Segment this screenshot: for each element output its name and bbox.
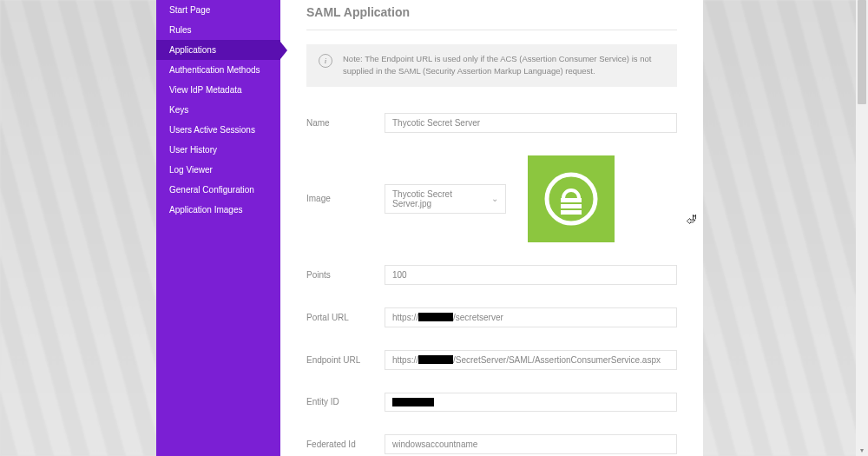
form-row-endpoint-url: Endpoint URL https:// /SecretServer/SAML… — [306, 350, 677, 370]
scrollbar-thumb[interactable] — [858, 0, 866, 104]
app-panel: Start PageRulesApplicationsAuthenticatio… — [156, 0, 703, 456]
scrollbar-track[interactable]: ▾ — [856, 0, 868, 456]
entity-id-input[interactable] — [385, 393, 677, 412]
form-row-portal-url: Portal URL https:// /secretserver — [306, 307, 677, 327]
points-input[interactable] — [385, 265, 677, 285]
image-select[interactable]: Thycotic Secret Server.jpg ⌄ — [385, 184, 506, 214]
main-content: SAML Application i Note: The Endpoint UR… — [280, 0, 703, 456]
image-select-value: Thycotic Secret Server.jpg — [392, 189, 491, 208]
note-box: i Note: The Endpoint URL is used only if… — [306, 44, 677, 87]
image-preview — [528, 155, 615, 242]
svg-rect-2 — [561, 204, 582, 208]
sidebar-item-log-viewer[interactable]: Log Viewer — [156, 160, 280, 180]
form-row-points: Points — [306, 265, 677, 285]
sidebar-item-authentication-methods[interactable]: Authentication Methods — [156, 60, 280, 80]
form-row-image: Image Thycotic Secret Server.jpg ⌄ — [306, 155, 677, 242]
sidebar-item-users-active-sessions[interactable]: Users Active Sessions — [156, 120, 280, 140]
federated-id-input[interactable] — [385, 434, 677, 454]
page-title: SAML Application — [306, 0, 677, 30]
svg-rect-1 — [561, 198, 582, 202]
entity-id-label: Entity ID — [306, 397, 376, 406]
endpoint-url-suffix: /SecretServer/SAML/AssertionConsumerServ… — [453, 355, 661, 365]
sidebar-item-user-history[interactable]: User History — [156, 140, 280, 160]
redacted-host — [418, 355, 453, 364]
sidebar-item-keys[interactable]: Keys — [156, 100, 280, 120]
redacted-host — [418, 313, 453, 321]
note-text: Note: The Endpoint URL is used only if t… — [343, 53, 665, 78]
sidebar: Start PageRulesApplicationsAuthenticatio… — [156, 0, 280, 456]
endpoint-url-label: Endpoint URL — [306, 355, 376, 365]
chevron-down-icon: ⌄ — [491, 194, 498, 203]
redacted-entity — [392, 398, 434, 406]
sidebar-item-application-images[interactable]: Application Images — [156, 200, 280, 220]
endpoint-url-input[interactable]: https:// /SecretServer/SAML/AssertionCon… — [385, 350, 677, 370]
sidebar-item-view-idp-metadata[interactable]: View IdP Metadata — [156, 80, 280, 100]
info-icon: i — [319, 54, 332, 68]
lock-icon — [544, 172, 598, 226]
image-label: Image — [306, 194, 376, 203]
portal-url-prefix: https:// — [392, 313, 418, 322]
sidebar-item-applications[interactable]: Applications — [156, 40, 280, 60]
form-row-entity-id: Entity ID — [306, 393, 677, 412]
name-label: Name — [306, 118, 376, 128]
sidebar-item-general-configuration[interactable]: General Configuration — [156, 180, 280, 200]
federated-id-label: Federated Id — [306, 439, 376, 449]
scrollbar-down-icon[interactable]: ▾ — [856, 444, 868, 456]
portal-url-label: Portal URL — [306, 313, 376, 322]
svg-rect-3 — [561, 210, 582, 215]
sidebar-item-start-page[interactable]: Start Page — [156, 0, 280, 20]
endpoint-url-prefix: https:// — [392, 355, 418, 365]
name-input[interactable] — [385, 113, 677, 133]
portal-url-input[interactable]: https:// /secretserver — [385, 307, 677, 327]
sidebar-item-rules[interactable]: Rules — [156, 20, 280, 40]
divider — [306, 30, 677, 30]
form-row-federated-id: Federated Id — [306, 434, 677, 454]
form-row-name: Name — [306, 113, 677, 133]
portal-url-suffix: /secretserver — [453, 313, 503, 322]
image-controls: Thycotic Secret Server.jpg ⌄ — [385, 155, 677, 242]
points-label: Points — [306, 270, 376, 280]
